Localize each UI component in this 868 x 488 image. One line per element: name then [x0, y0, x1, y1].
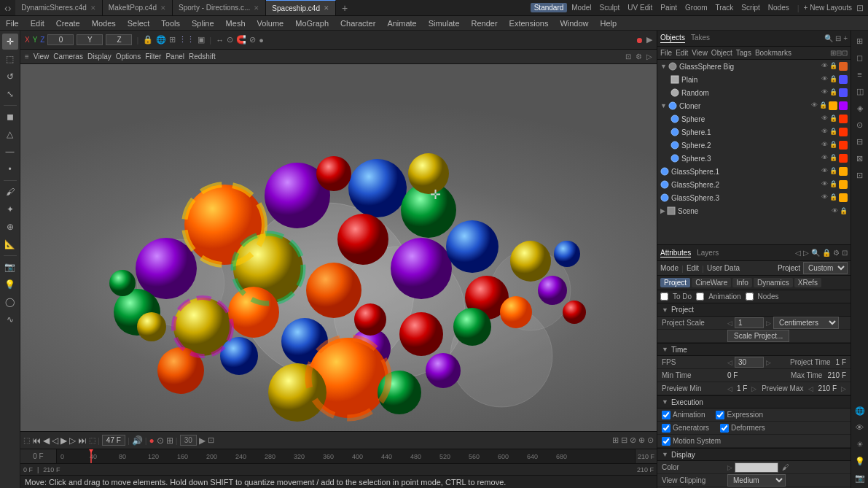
attr-search-icon[interactable]: 🔍 — [811, 249, 820, 257]
timeline-icon-4[interactable]: ⊕ — [638, 435, 645, 445]
fps-input[interactable] — [735, 357, 764, 368]
preview-max-arrow-l[interactable]: ◁ — [808, 385, 813, 392]
tab-sporty[interactable]: Sporty - Directions.c... ✕ — [173, 0, 266, 15]
move-tool[interactable]: ✛ — [2, 34, 18, 50]
subtab-info[interactable]: Info — [732, 278, 752, 287]
layout-script[interactable]: Script — [738, 3, 764, 12]
timeline-icon-3[interactable]: ⊘ — [630, 435, 636, 445]
attr-settings-icon[interactable]: ⚙ — [833, 249, 840, 257]
tab-close-0[interactable]: ✕ — [90, 4, 96, 12]
record-button[interactable]: ⬚ — [89, 436, 95, 444]
menu-mesh[interactable]: Mesh — [220, 19, 251, 28]
menu-character[interactable]: Character — [335, 19, 381, 28]
tab-close-2[interactable]: ✕ — [254, 4, 259, 12]
obj-lock-s2[interactable]: 🔒 — [829, 141, 837, 150]
menu-edit[interactable]: Edit — [25, 19, 50, 28]
obj-eye-2[interactable]: 👁 — [821, 88, 828, 97]
attr-userdata-btn[interactable]: User Data — [707, 264, 740, 273]
tab-add-button[interactable]: + — [336, 0, 353, 15]
sculpt-tool[interactable]: ✦ — [2, 201, 18, 217]
tab-close-3[interactable]: ✕ — [324, 4, 329, 12]
coord-input-y[interactable]: Y — [77, 34, 103, 45]
attr-nav-back[interactable]: ◁ — [795, 249, 801, 257]
expression-checkbox[interactable] — [716, 411, 724, 419]
light2-icon[interactable]: 💡 — [853, 454, 867, 468]
obj-search-icon[interactable]: 🔍 — [824, 34, 833, 42]
takes-tab[interactable]: Takes — [691, 34, 710, 43]
filter-icon[interactable]: ⊘ — [249, 35, 256, 44]
menu-window[interactable]: Window — [554, 19, 594, 28]
pivot-icon[interactable]: ⊙ — [227, 35, 233, 44]
vp-redshift[interactable]: Redshift — [189, 53, 216, 61]
coord-input-z[interactable]: Z — [106, 34, 132, 45]
browser-icon[interactable]: ⊟ — [853, 134, 867, 149]
obj-row-random[interactable]: Random 👁 🔒 — [657, 86, 851, 99]
timeline-mode-icon[interactable]: ⊞ — [166, 435, 173, 446]
objects-icon[interactable]: ⊞ — [853, 34, 867, 48]
menu-tools[interactable]: Tools — [155, 19, 186, 28]
tab-close-1[interactable]: ✕ — [160, 4, 166, 12]
obj-eye-s1[interactable]: 👁 — [821, 128, 828, 136]
paint-tool[interactable]: 🖌 — [2, 184, 18, 200]
obj-menu-bookmarks[interactable]: Bookmarks — [755, 49, 791, 57]
obj-row-glasssphere2[interactable]: GlassSphere.2 👁🔒 — [657, 178, 851, 191]
attr-nav-fwd[interactable]: ▷ — [803, 249, 809, 257]
attr-edit-btn[interactable]: Edit — [687, 264, 699, 273]
color-picker-icon[interactable]: 🖌 — [782, 463, 789, 471]
color-arrow[interactable]: ▷ — [727, 464, 732, 471]
transform-icon[interactable]: ↔ — [216, 36, 224, 44]
tab-makeltpop[interactable]: MakeltPop.c4d ✕ — [103, 0, 173, 15]
obj-eye-scene[interactable]: 👁 — [832, 207, 838, 214]
menu-modes[interactable]: Modes — [86, 19, 122, 28]
obj-lock-3[interactable]: 🔒 — [819, 101, 827, 110]
menu-mograph[interactable]: MoGraph — [289, 19, 335, 28]
magnet-icon[interactable]: 🧲 — [236, 35, 246, 44]
menu-simulate[interactable]: Simulate — [423, 19, 466, 28]
play-reverse-button[interactable]: ◁ — [52, 435, 58, 446]
menu-spline[interactable]: Spline — [186, 19, 220, 28]
attributes-tab[interactable]: Attributes — [660, 249, 691, 257]
timeline-icon-1[interactable]: ⊞ — [612, 435, 619, 445]
nodes-check[interactable] — [746, 293, 754, 301]
viewport-play[interactable]: ▶ — [646, 35, 652, 44]
obj-eye-3[interactable]: 👁 — [811, 101, 818, 110]
attrs-icon[interactable]: ⊡ — [853, 168, 867, 182]
add-layout-button[interactable]: + New Layouts — [804, 4, 852, 12]
tab-dynamicsheres[interactable]: DynamicSheres.c4d ✕ — [15, 0, 102, 15]
menu-extensions[interactable]: Extensions — [504, 19, 555, 28]
obj-row-sphere1[interactable]: Sphere.1 👁🔒 — [657, 125, 851, 139]
obj-row-cloner[interactable]: ▼ Cloner 👁 🔒 — [657, 99, 851, 112]
layout-standard[interactable]: Standard — [531, 3, 568, 12]
vp-filter[interactable]: Filter — [145, 53, 161, 61]
world-icon[interactable]: 🌐 — [156, 35, 166, 44]
obj-lock-gs3[interactable]: 🔒 — [829, 193, 837, 202]
expand-cloner[interactable]: ▼ — [660, 102, 667, 109]
menu-animate[interactable]: Animate — [381, 19, 422, 28]
obj-eye-gs1[interactable]: 👁 — [821, 167, 828, 176]
obj-row-glasssphere1[interactable]: GlassSphere.1 👁🔒 — [657, 165, 851, 178]
obj-row-sphere[interactable]: Sphere 👁🔒 — [657, 112, 851, 125]
vp-display[interactable]: Display — [87, 53, 112, 61]
attr-lock-icon[interactable]: 🔒 — [822, 249, 831, 257]
layers-tab[interactable]: Layers — [697, 249, 719, 257]
menu-file[interactable]: File — [0, 19, 25, 28]
audio-icon[interactable]: 🔊 — [132, 435, 143, 446]
keying-icon[interactable]: ● — [149, 435, 155, 446]
takes-icon[interactable]: ◫ — [853, 84, 867, 98]
subtab-xrefs[interactable]: XRefs — [794, 278, 821, 287]
obj-row-sphere2[interactable]: Sphere.2 👁🔒 — [657, 139, 851, 152]
obj-lock-s[interactable]: 🔒 — [829, 115, 837, 123]
obj-menu-object[interactable]: Object — [711, 49, 732, 57]
lock-icon[interactable]: 🔒 — [143, 35, 153, 44]
toon-icon[interactable]: ⊙ — [853, 117, 867, 132]
obj-lock-2[interactable]: 🔒 — [829, 88, 837, 97]
obj-row-glasssphere-big[interactable]: ▼ GlassSphere Big 👁 🔒 — [657, 60, 851, 73]
scale-input[interactable] — [735, 317, 764, 328]
obj-eye-s3[interactable]: 👁 — [821, 154, 828, 163]
play-button[interactable]: ▶ — [60, 435, 67, 446]
preview-min-arrow-r[interactable]: ▷ — [751, 385, 756, 392]
timeline-icon-2[interactable]: ⊟ — [621, 435, 627, 445]
expand-scene[interactable]: ▶ — [660, 207, 665, 214]
layout-nodes[interactable]: Nodes — [765, 3, 793, 12]
obj-eye-icon[interactable]: 👁 — [821, 62, 828, 71]
